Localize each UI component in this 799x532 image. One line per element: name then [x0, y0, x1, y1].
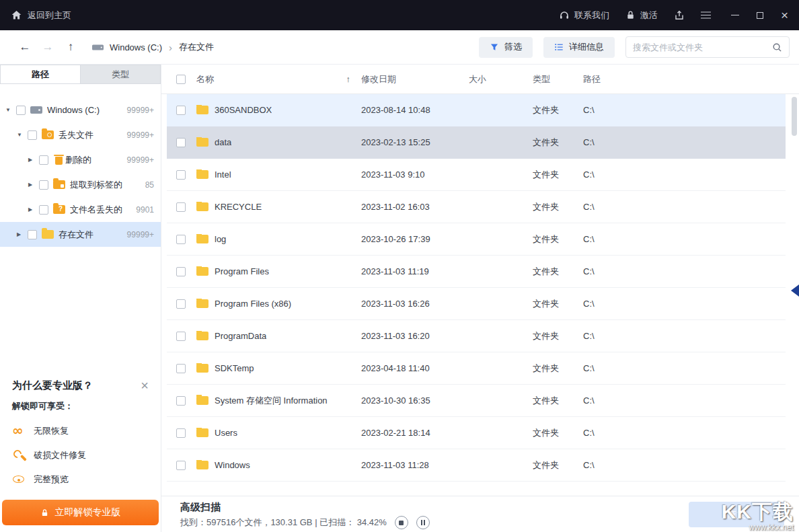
column-size[interactable]: 大小 [469, 73, 533, 85]
table-row[interactable]: 360SANDBOX 2023-08-14 10:48 文件夹 C:\ [167, 94, 786, 126]
unlock-pro-button[interactable]: 立即解锁专业版 [2, 500, 159, 525]
pause-scan-button[interactable] [416, 516, 430, 529]
tree-item[interactable]: ▶ 存在文件 99999+ [0, 222, 161, 247]
up-button[interactable]: ↑ [59, 40, 82, 54]
details-label: 详细信息 [569, 41, 604, 53]
checkbox[interactable] [176, 428, 186, 438]
table-row[interactable]: Program Files (x86) 2023-11-03 16:26 文件夹… [167, 288, 786, 320]
toolbar: ← → ↑ Windows (C:) › 存在文件 筛选 详细信息 [0, 30, 799, 65]
search-icon[interactable] [772, 42, 782, 52]
table-row[interactable]: SDKTemp 2023-04-18 11:40 文件夹 C:\ [167, 352, 786, 385]
tree-item[interactable]: ▼ 丢失文件 99999+ [0, 122, 161, 147]
details-button[interactable]: 详细信息 [543, 37, 615, 58]
unlock-pro-label: 立即解锁专业版 [55, 506, 121, 519]
checkbox[interactable] [39, 205, 48, 215]
filter-button[interactable]: 筛选 [479, 37, 533, 58]
file-date: 2023-11-03 16:26 [361, 299, 469, 309]
breadcrumb: Windows (C:) › 存在文件 [91, 41, 214, 53]
expand-preview-arrow[interactable] [791, 284, 799, 297]
checkbox[interactable] [176, 364, 186, 373]
checkbox[interactable] [176, 235, 186, 244]
table-row[interactable]: Users 2023-02-21 18:14 文件夹 C:\ [167, 417, 786, 449]
breadcrumb-location[interactable]: 存在文件 [179, 41, 214, 53]
checkbox[interactable] [176, 106, 186, 115]
folder-icon [196, 170, 208, 179]
select-all-checkbox[interactable] [176, 75, 186, 84]
caret-icon[interactable]: ▶ [28, 182, 39, 188]
folder-icon [196, 106, 208, 114]
promo-feature-item: 完整预览 [12, 473, 149, 486]
share-icon [674, 10, 685, 21]
preview-icon [12, 473, 26, 486]
column-type[interactable]: 类型 [533, 73, 583, 85]
file-name: Program Files (x86) [215, 299, 291, 309]
tree-item[interactable]: ▶ 删除的 99999+ [0, 147, 161, 172]
checkbox[interactable] [28, 230, 37, 239]
back-button[interactable]: ← [13, 40, 36, 54]
search-box [625, 36, 790, 58]
tree-item-count: 85 [141, 180, 154, 190]
table-row[interactable]: Windows 2023-11-03 11:28 文件夹 C:\ [167, 449, 786, 482]
checkbox[interactable] [176, 332, 186, 341]
vertical-scrollbar[interactable] [792, 97, 797, 136]
checkbox[interactable] [176, 170, 186, 180]
column-name[interactable]: 名称 [196, 73, 214, 85]
file-type: 文件夹 [533, 363, 583, 375]
home-button[interactable]: 返回到主页 [11, 9, 71, 22]
drive-icon [30, 106, 42, 114]
file-date: 2023-04-18 11:40 [361, 363, 469, 373]
file-type: 文件夹 [533, 233, 583, 245]
caret-icon[interactable]: ▼ [5, 107, 16, 113]
contact-us-label: 联系我们 [574, 9, 609, 22]
folder-icon [196, 138, 208, 147]
caret-icon[interactable]: ▶ [28, 206, 39, 213]
minimize-button[interactable] [731, 15, 739, 16]
promo-close-icon[interactable]: × [141, 379, 149, 392]
checkbox[interactable] [176, 138, 186, 147]
caret-icon[interactable]: ▶ [17, 231, 28, 237]
checkbox[interactable] [176, 299, 186, 309]
tree-item[interactable]: ▶ 提取到标签的 85 [0, 172, 161, 197]
column-date[interactable]: 修改日期 [361, 73, 469, 85]
file-type: 文件夹 [533, 459, 583, 471]
checkbox[interactable] [39, 180, 48, 190]
checkbox[interactable] [176, 202, 186, 212]
table-row[interactable]: System 存储空间 Information 2023-10-30 16:35… [167, 385, 786, 417]
maximize-button[interactable] [757, 12, 763, 19]
file-type: 文件夹 [533, 201, 583, 213]
caret-icon[interactable]: ▶ [28, 157, 39, 163]
tab-type[interactable]: 类型 [80, 65, 160, 83]
checkbox[interactable] [176, 267, 186, 276]
tree-item[interactable]: ▼ Windows (C:) 99999+ [0, 98, 161, 122]
sort-asc-icon[interactable]: ↑ [346, 74, 351, 84]
home-label: 返回到主页 [28, 9, 71, 22]
search-input[interactable] [633, 42, 767, 52]
table-row[interactable]: Intel 2023-11-03 9:10 文件夹 C:\ [167, 159, 786, 191]
tree-item-label: Windows (C:) [47, 105, 100, 115]
table-row[interactable]: ProgramData 2023-11-03 16:20 文件夹 C:\ [167, 320, 786, 352]
activate-button[interactable]: 激活 [625, 9, 658, 22]
table-row[interactable]: log 2023-10-26 17:39 文件夹 C:\ [167, 223, 786, 256]
checkbox[interactable] [176, 396, 186, 406]
file-type: 文件夹 [533, 137, 583, 149]
recover-button[interactable]: 恢复 [689, 502, 784, 527]
breadcrumb-drive[interactable]: Windows (C:) [110, 42, 162, 52]
tab-path[interactable]: 路径 [1, 65, 80, 83]
forward-button[interactable]: → [36, 40, 59, 54]
contact-us-button[interactable]: 联系我们 [559, 9, 609, 22]
checkbox[interactable] [39, 155, 48, 165]
menu-button[interactable] [701, 15, 711, 16]
table-row[interactable]: KRECYCLE 2023-11-02 16:03 文件夹 C:\ [167, 191, 786, 223]
caret-icon[interactable]: ▼ [17, 132, 28, 138]
checkbox[interactable] [28, 130, 37, 140]
checkbox[interactable] [16, 106, 26, 115]
tree-item[interactable]: ▶ 文件名丢失的 9901 [0, 197, 161, 222]
column-path[interactable]: 路径 [583, 73, 786, 85]
table-row[interactable]: data 2023-02-13 15:25 文件夹 C:\ [167, 126, 786, 159]
checkbox[interactable] [176, 461, 186, 470]
share-button[interactable] [674, 10, 685, 21]
close-button[interactable]: × [781, 9, 788, 22]
table-row[interactable]: Program Files 2023-11-03 11:19 文件夹 C:\ [167, 256, 786, 288]
stop-scan-button[interactable] [395, 516, 408, 529]
file-path: C:\ [583, 331, 786, 341]
